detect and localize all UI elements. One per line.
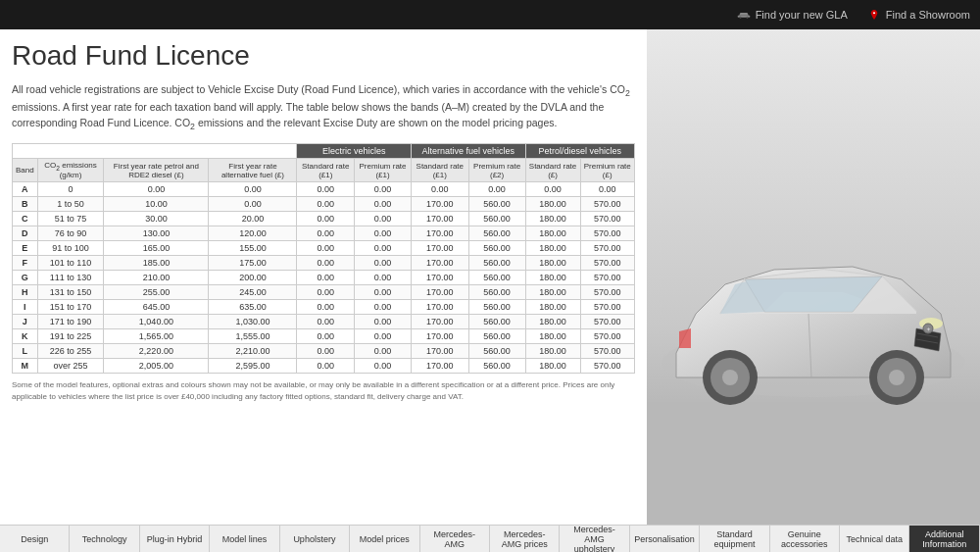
first-year-cell: 255.00 xyxy=(104,285,209,300)
alt-prem-cell: 560.00 xyxy=(468,212,525,226)
pd-std-cell: 180.00 xyxy=(525,359,580,374)
ev-std-cell: 0.00 xyxy=(297,329,355,344)
band-cell: G xyxy=(13,271,38,285)
emissions-col-header: CO2 emissions (g/km) xyxy=(37,158,104,182)
band-cell: L xyxy=(13,344,38,359)
pd-std-cell: 180.00 xyxy=(525,212,580,226)
car-photo: ✦ xyxy=(647,29,980,525)
location-icon xyxy=(867,10,881,20)
alt-prem-cell: 0.00 xyxy=(468,182,525,197)
page-title: Road Fund Licence xyxy=(12,39,635,73)
bottom-nav-item-4[interactable]: Upholstery xyxy=(280,526,350,552)
svg-point-1 xyxy=(739,17,741,19)
find-gla-button[interactable]: Find your new GLA xyxy=(737,9,848,21)
alt-prem-cell: 560.00 xyxy=(468,226,525,241)
bottom-nav-item-0[interactable]: Design xyxy=(0,526,70,552)
ev-prem-cell: 0.00 xyxy=(355,226,412,241)
table-row: L 226 to 255 2,220.00 2,210.00 0.00 0.00… xyxy=(13,344,635,359)
first-year-cell: 165.00 xyxy=(104,241,209,256)
alt-prem-cell: 560.00 xyxy=(468,197,525,212)
table-row: D 76 to 90 130.00 120.00 0.00 0.00 170.0… xyxy=(13,226,635,241)
ev-prem-cell: 0.00 xyxy=(355,344,412,359)
bottom-nav-item-11[interactable]: Genuine accessories xyxy=(770,526,840,552)
alt-std-cell: 170.00 xyxy=(412,226,469,241)
first-year-alt-header: First year rate alternative fuel (£) xyxy=(209,158,297,182)
emissions-cell: 226 to 255 xyxy=(37,344,104,359)
emissions-cell: 171 to 190 xyxy=(37,315,104,329)
band-col-header: Band xyxy=(13,158,38,182)
svg-text:✦: ✦ xyxy=(926,326,931,332)
ev-std-cell: 0.00 xyxy=(297,315,355,329)
first-year-alt-cell: 175.00 xyxy=(209,256,297,271)
band-cell: B xyxy=(13,197,38,212)
pd-prem-cell: 570.00 xyxy=(580,212,635,226)
ev-prem-cell: 0.00 xyxy=(355,212,412,226)
bottom-nav-item-5[interactable]: Model prices xyxy=(350,526,419,552)
emissions-cell: 111 to 130 xyxy=(37,271,104,285)
find-showroom-button[interactable]: Find a Showroom xyxy=(867,9,970,21)
alt-std-cell: 170.00 xyxy=(412,359,469,374)
band-cell: I xyxy=(13,300,38,315)
ev-std-cell: 0.00 xyxy=(297,300,355,315)
pd-prem-cell: 570.00 xyxy=(580,285,635,300)
pd-std-cell: 180.00 xyxy=(525,315,580,329)
svg-point-2 xyxy=(746,17,748,19)
alt-std-cell: 170.00 xyxy=(412,197,469,212)
alt-prem-cell: 560.00 xyxy=(468,285,525,300)
svg-point-3 xyxy=(873,12,875,14)
bottom-nav-item-7[interactable]: Mercedes-AMG prices xyxy=(490,526,560,552)
band-cell: K xyxy=(13,329,38,344)
alt-std-cell: 170.00 xyxy=(412,344,469,359)
ev-prem-cell: 0.00 xyxy=(355,300,412,315)
alt-std-cell: 170.00 xyxy=(412,271,469,285)
ev-std-header: Standard rate (£1) xyxy=(297,158,355,182)
bottom-nav-item-3[interactable]: Model lines xyxy=(210,526,279,552)
svg-point-14 xyxy=(889,370,905,385)
ev-prem-cell: 0.00 xyxy=(355,329,412,344)
bottom-nav-item-1[interactable]: Technology xyxy=(70,526,139,552)
bottom-nav-item-6[interactable]: Mercedes-AMG xyxy=(420,526,490,552)
ev-prem-cell: 0.00 xyxy=(355,256,412,271)
band-cell: J xyxy=(13,315,38,329)
alt-prem-cell: 560.00 xyxy=(468,329,525,344)
bottom-nav-item-13[interactable]: Additional Information xyxy=(909,526,979,552)
pd-std-cell: 180.00 xyxy=(525,300,580,315)
emissions-cell: 101 to 110 xyxy=(37,256,104,271)
bottom-nav-item-8[interactable]: Mercedes-AMG upholstery xyxy=(560,526,629,552)
bottom-nav-item-2[interactable]: Plug-in Hybrid xyxy=(140,526,210,552)
alt-prem-cell: 560.00 xyxy=(468,271,525,285)
first-year-alt-cell: 0.00 xyxy=(209,182,297,197)
pd-prem-cell: 570.00 xyxy=(580,197,635,212)
alt-std-cell: 170.00 xyxy=(412,315,469,329)
first-year-header: First year rate petrol and RDE2 diesel (… xyxy=(104,158,209,182)
footnote: Some of the model features, optional ext… xyxy=(12,379,635,401)
band-cell: M xyxy=(13,359,38,374)
pd-std-cell: 180.00 xyxy=(525,271,580,285)
rfl-table: Electric vehicles Alternative fuel vehic… xyxy=(12,143,635,375)
table-row: M over 255 2,005.00 2,595.00 0.00 0.00 1… xyxy=(13,359,635,374)
first-year-alt-cell: 200.00 xyxy=(209,271,297,285)
pd-std-cell: 180.00 xyxy=(525,344,580,359)
left-panel: Road Fund Licence All road vehicle regis… xyxy=(0,29,647,525)
top-navigation: Find your new GLA Find a Showroom xyxy=(0,0,980,29)
pd-prem-cell: 570.00 xyxy=(580,241,635,256)
ev-prem-cell: 0.00 xyxy=(355,197,412,212)
alt-prem-cell: 560.00 xyxy=(468,359,525,374)
emissions-cell: 76 to 90 xyxy=(37,226,104,241)
car-image: ✦ xyxy=(647,29,980,525)
svg-rect-5 xyxy=(647,402,980,525)
first-year-cell: 645.00 xyxy=(104,300,209,315)
alt-std-cell: 0.00 xyxy=(412,182,469,197)
pd-std-cell: 180.00 xyxy=(525,256,580,271)
alt-prem-cell: 560.00 xyxy=(468,300,525,315)
bottom-nav-item-12[interactable]: Technical data xyxy=(840,526,909,552)
table-row: J 171 to 190 1,040.00 1,030.00 0.00 0.00… xyxy=(13,315,635,329)
bottom-nav-item-10[interactable]: Standard equipment xyxy=(700,526,769,552)
pd-std-cell: 180.00 xyxy=(525,226,580,241)
ev-prem-header: Premium rate (£1) xyxy=(355,158,412,182)
emissions-cell: 131 to 150 xyxy=(37,285,104,300)
bottom-nav-item-9[interactable]: Personalisation xyxy=(630,526,700,552)
ev-std-cell: 0.00 xyxy=(297,285,355,300)
first-year-alt-cell: 1,030.00 xyxy=(209,315,297,329)
petrol-diesel-header: Petrol/diesel vehicles xyxy=(525,143,634,158)
